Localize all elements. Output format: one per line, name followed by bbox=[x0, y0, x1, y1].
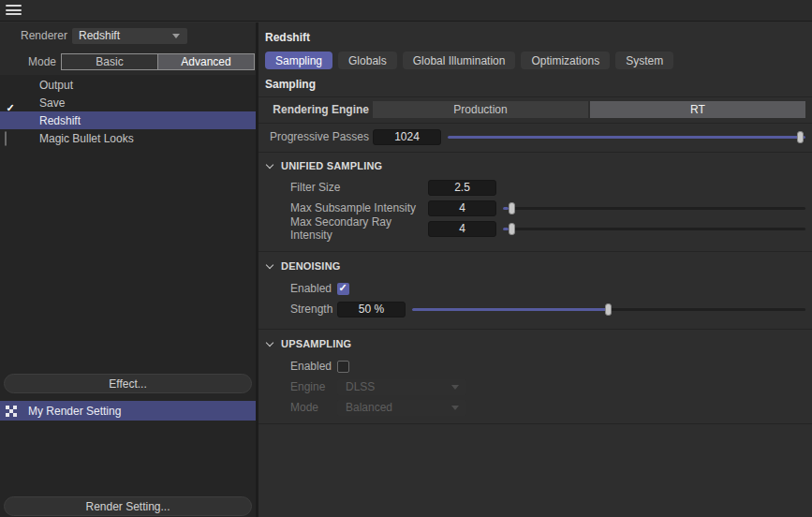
filter-size-row: Filter Size bbox=[258, 179, 812, 196]
renderer-label: Renderer bbox=[0, 29, 67, 42]
denoising-enabled-label: Enabled bbox=[290, 282, 337, 295]
engine-rt-button[interactable]: RT bbox=[590, 101, 805, 118]
filter-size-label: Filter Size bbox=[290, 181, 428, 194]
my-render-setting-label: My Render Setting bbox=[28, 405, 121, 418]
upsampling-group-header[interactable]: UPSAMPLING bbox=[265, 337, 812, 350]
upsampling-engine-label: Engine bbox=[290, 380, 337, 393]
denoising-strength-label: Strength bbox=[290, 303, 337, 316]
max-subsample-intensity-label: Max Subsample Intensity bbox=[290, 201, 428, 214]
rendering-engine-row: Rendering Engine Production RT bbox=[258, 101, 812, 118]
sidebar-item-label: Save bbox=[39, 96, 65, 110]
mode-advanced-button[interactable]: Advanced bbox=[157, 54, 254, 69]
max-subsample-intensity-input[interactable] bbox=[428, 200, 496, 216]
upsampling-engine-dropdown: DLSS bbox=[337, 379, 466, 395]
my-render-setting-item[interactable]: My Render Setting bbox=[0, 401, 256, 421]
upsampling-mode-dropdown: Balanced bbox=[337, 400, 466, 416]
top-menu-bar bbox=[0, 0, 812, 22]
render-settings-sidebar: Renderer Redshift Mode Basic Advanced Ou… bbox=[0, 22, 256, 517]
sidebar-item-label: Redshift bbox=[39, 114, 81, 127]
denoising-strength-slider[interactable] bbox=[412, 303, 805, 317]
rendering-engine-segmented-control: Production RT bbox=[373, 101, 805, 118]
filter-size-input[interactable] bbox=[428, 180, 496, 196]
chevron-down-icon bbox=[266, 160, 273, 168]
tab-optimizations[interactable]: Optimizations bbox=[521, 52, 610, 69]
hamburger-menu-icon[interactable] bbox=[6, 5, 22, 17]
divider bbox=[258, 123, 812, 124]
slider-handle[interactable] bbox=[509, 223, 515, 235]
max-secondary-ray-intensity-label: Max Secondary Ray Intensity bbox=[290, 215, 428, 242]
denoising-enabled-checkbox[interactable] bbox=[337, 283, 349, 295]
mode-label: Mode bbox=[0, 55, 56, 68]
upsampling-engine-row: Engine DLSS bbox=[258, 378, 812, 395]
denoising-strength-row: Strength bbox=[258, 301, 812, 318]
divider bbox=[258, 96, 812, 97]
render-setting-icon bbox=[6, 406, 17, 417]
group-title: UPSAMPLING bbox=[281, 338, 351, 349]
renderer-dropdown[interactable]: Redshift bbox=[72, 28, 187, 44]
magic-bullet-looks-checkbox[interactable] bbox=[5, 131, 7, 146]
renderer-row: Renderer Redshift bbox=[0, 27, 256, 44]
sidebar-item-label: Magic Bullet Looks bbox=[39, 132, 134, 145]
unified-sampling-group-header[interactable]: UNIFIED SAMPLING bbox=[265, 159, 812, 172]
slider-handle[interactable] bbox=[797, 131, 804, 143]
upsampling-engine-value: DLSS bbox=[346, 380, 375, 393]
progressive-passes-input[interactable] bbox=[373, 129, 441, 145]
tab-global-illumination[interactable]: Global Illumination bbox=[403, 52, 516, 69]
chevron-down-icon bbox=[451, 385, 459, 390]
upsampling-mode-label: Mode bbox=[290, 401, 337, 414]
sidebar-item-output[interactable]: Output bbox=[0, 76, 256, 94]
max-secondary-ray-intensity-slider[interactable] bbox=[503, 222, 805, 236]
progressive-passes-slider[interactable] bbox=[448, 130, 805, 144]
redshift-settings-panel: Redshift Sampling Globals Global Illumin… bbox=[258, 22, 812, 517]
sidebar-item-redshift[interactable]: Redshift bbox=[0, 111, 256, 129]
divider bbox=[258, 152, 812, 153]
slider-handle[interactable] bbox=[605, 303, 612, 316]
slider-handle[interactable] bbox=[509, 202, 515, 214]
denoising-enabled-row: Enabled bbox=[258, 280, 812, 297]
settings-category-list: Output Save Redshift Magic Bullet Looks bbox=[0, 76, 256, 147]
upsampling-mode-row: Mode Balanced bbox=[258, 399, 812, 416]
settings-tabs: Sampling Globals Global Illumination Opt… bbox=[265, 52, 812, 69]
max-subsample-intensity-row: Max Subsample Intensity bbox=[258, 199, 812, 216]
max-secondary-ray-intensity-row: Max Secondary Ray Intensity bbox=[258, 220, 812, 237]
denoising-group-header[interactable]: DENOISING bbox=[265, 259, 812, 273]
upsampling-mode-value: Balanced bbox=[346, 401, 392, 414]
mode-basic-button[interactable]: Basic bbox=[62, 54, 157, 69]
upsampling-enabled-label: Enabled bbox=[290, 360, 337, 373]
engine-production-button[interactable]: Production bbox=[373, 101, 588, 118]
section-title: Sampling bbox=[265, 78, 812, 91]
group-title: DENOISING bbox=[281, 260, 341, 272]
mode-segmented-control: Basic Advanced bbox=[61, 53, 255, 70]
sidebar-item-magic-bullet-looks[interactable]: Magic Bullet Looks bbox=[0, 129, 256, 147]
upsampling-enabled-row: Enabled bbox=[258, 358, 812, 375]
divider bbox=[258, 329, 812, 330]
sidebar-item-label: Output bbox=[39, 79, 73, 92]
sidebar-item-save[interactable]: Save bbox=[0, 94, 256, 111]
tab-system[interactable]: System bbox=[615, 52, 673, 69]
rendering-engine-label: Rendering Engine bbox=[258, 103, 369, 116]
tab-sampling[interactable]: Sampling bbox=[265, 52, 332, 69]
chevron-down-icon bbox=[451, 406, 459, 410]
max-secondary-ray-intensity-input[interactable] bbox=[428, 221, 496, 237]
chevron-down-icon bbox=[172, 34, 180, 38]
upsampling-enabled-checkbox[interactable] bbox=[337, 361, 349, 373]
render-setting-button[interactable]: Render Setting... bbox=[4, 496, 252, 516]
progressive-passes-label: Progressive Passes bbox=[258, 130, 369, 143]
chevron-down-icon bbox=[266, 260, 273, 268]
effect-button[interactable]: Effect... bbox=[4, 374, 252, 393]
page-title: Redshift bbox=[265, 31, 812, 44]
max-subsample-intensity-slider[interactable] bbox=[503, 201, 805, 215]
tab-globals[interactable]: Globals bbox=[338, 52, 397, 69]
mode-row: Mode Basic Advanced bbox=[0, 53, 256, 70]
group-title: UNIFIED SAMPLING bbox=[281, 160, 382, 171]
divider bbox=[258, 251, 812, 252]
progressive-passes-row: Progressive Passes bbox=[258, 128, 812, 145]
renderer-dropdown-value: Redshift bbox=[79, 29, 120, 42]
chevron-down-icon bbox=[266, 338, 273, 346]
denoising-strength-input[interactable] bbox=[337, 302, 406, 318]
divider bbox=[258, 423, 812, 424]
